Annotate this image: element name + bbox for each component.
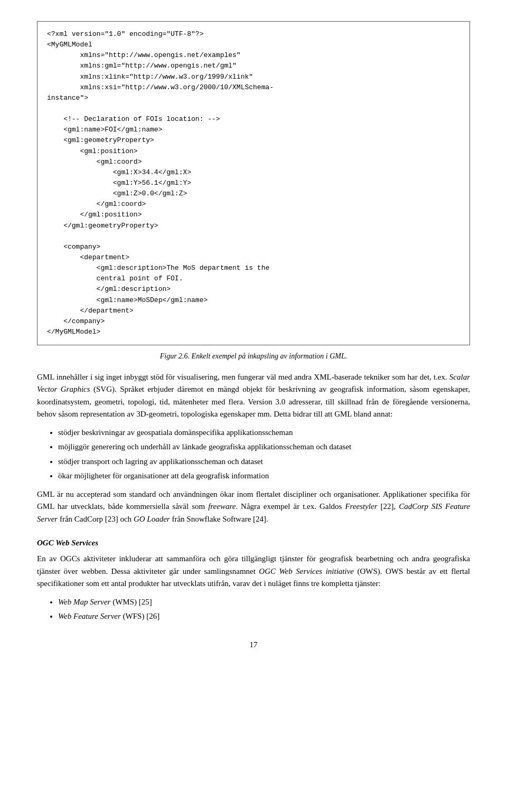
bullet-item-6: Web Feature Server (WFS) [26]	[58, 610, 470, 622]
paragraph-1: GML innehåller i sig inget inbyggt stöd …	[37, 371, 470, 420]
italic-wfs: Web Feature Server	[58, 612, 121, 620]
bullet-list-2: Web Map Server (WMS) [25] Web Feature Se…	[58, 596, 470, 623]
section-heading-ogc: OGC Web Services	[37, 537, 470, 549]
paragraph-2: GML är nu accepterad som standard och an…	[37, 488, 470, 525]
bullet-item-5: Web Map Server (WMS) [25]	[58, 596, 470, 608]
italic-wms: Web Map Server	[58, 598, 110, 606]
figure-caption: Figur 2.6. Enkelt exempel på inkapsling …	[37, 351, 470, 362]
bullet-item-2: möjliggör generering och underhåll av lä…	[58, 441, 470, 453]
bullet-list-1: stödjer beskrivningar av geospatiala dom…	[58, 427, 470, 482]
italic-freestyler: Freestyler	[345, 502, 377, 511]
italic-go-loader: GO Loader	[134, 515, 170, 523]
paragraph-3: En av OGCs aktiviteter inkluderar att sa…	[37, 553, 470, 590]
code-block-container: <?xml version="1.0" encoding="UTF-8"?> <…	[37, 21, 470, 345]
italic-svg: Scalar Vector Graphics	[37, 373, 470, 393]
bullet-item-3: stödjer transport och lagring av applika…	[58, 456, 470, 468]
page-number: 17	[37, 639, 470, 651]
bullet-item-1: stödjer beskrivningar av geospatiala dom…	[58, 427, 470, 439]
italic-freeware: freeware	[208, 502, 236, 511]
bullet-item-4: ökar möjligheter för organisationer att …	[58, 470, 470, 482]
xml-code-block: <?xml version="1.0" encoding="UTF-8"?> <…	[37, 21, 470, 345]
italic-cadcorp: CadCorp SIS Feature Server	[37, 502, 470, 523]
italic-ows-initiative: OGC Web Services initiative	[259, 567, 354, 575]
